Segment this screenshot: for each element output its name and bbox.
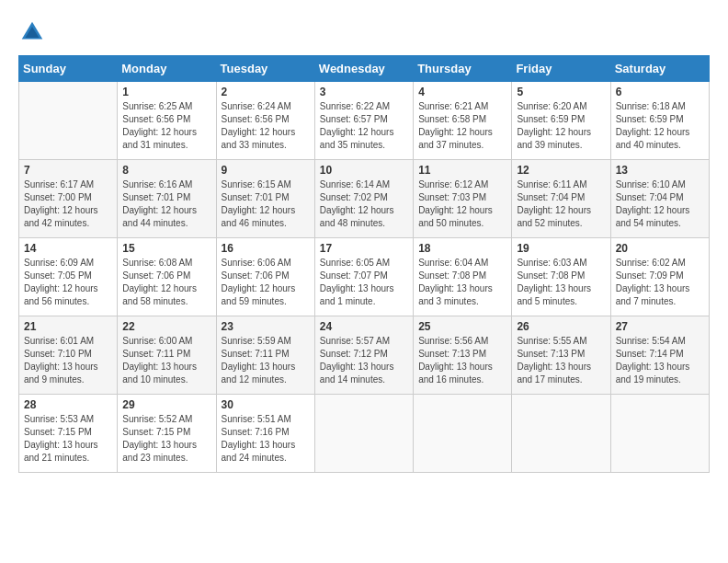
day-number: 6 xyxy=(616,86,704,98)
day-number: 23 xyxy=(222,320,310,333)
calendar-cell xyxy=(414,395,512,473)
calendar-cell: 22Sunrise: 6:00 AMSunset: 7:11 PMDayligh… xyxy=(118,316,216,395)
calendar-cell xyxy=(610,395,709,473)
day-info: Sunrise: 5:59 AMSunset: 7:11 PMDaylight:… xyxy=(222,335,310,386)
day-info: Sunrise: 5:53 AMSunset: 7:15 PMDaylight:… xyxy=(24,413,112,465)
day-info: Sunrise: 5:57 AMSunset: 7:12 PMDaylight:… xyxy=(320,335,408,386)
day-number: 21 xyxy=(24,320,112,333)
header-day: Wednesday xyxy=(314,56,413,82)
day-info: Sunrise: 6:05 AMSunset: 7:07 PMDaylight:… xyxy=(320,257,408,308)
logo-icon xyxy=(18,18,46,46)
day-number: 12 xyxy=(517,164,605,177)
day-info: Sunrise: 6:24 AMSunset: 6:56 PMDaylight:… xyxy=(222,100,310,152)
calendar-cell: 10Sunrise: 6:14 AMSunset: 7:02 PMDayligh… xyxy=(314,160,413,238)
day-info: Sunrise: 6:03 AMSunset: 7:08 PMDaylight:… xyxy=(517,257,605,308)
day-info: Sunrise: 6:17 AMSunset: 7:00 PMDaylight:… xyxy=(24,178,112,230)
calendar-week-row: 14Sunrise: 6:09 AMSunset: 7:05 PMDayligh… xyxy=(19,238,710,316)
day-info: Sunrise: 6:12 AMSunset: 7:03 PMDaylight:… xyxy=(418,178,506,230)
day-number: 16 xyxy=(222,242,310,255)
calendar-cell: 13Sunrise: 6:10 AMSunset: 7:04 PMDayligh… xyxy=(610,160,709,238)
day-number: 13 xyxy=(616,164,704,177)
header-day: Friday xyxy=(512,56,610,82)
day-number: 10 xyxy=(320,164,408,177)
header-day: Monday xyxy=(118,56,216,82)
day-info: Sunrise: 6:16 AMSunset: 7:01 PMDaylight:… xyxy=(122,178,210,230)
day-number: 27 xyxy=(616,320,704,333)
calendar-cell: 21Sunrise: 6:01 AMSunset: 7:10 PMDayligh… xyxy=(19,316,118,395)
day-number: 1 xyxy=(122,86,210,98)
day-info: Sunrise: 6:06 AMSunset: 7:06 PMDaylight:… xyxy=(222,257,310,308)
day-number: 11 xyxy=(418,164,506,177)
calendar-header: SundayMondayTuesdayWednesdayThursdayFrid… xyxy=(19,56,710,82)
day-number: 2 xyxy=(222,86,310,98)
calendar-cell: 15Sunrise: 6:08 AMSunset: 7:06 PMDayligh… xyxy=(118,238,216,316)
calendar-cell: 23Sunrise: 5:59 AMSunset: 7:11 PMDayligh… xyxy=(216,316,314,395)
calendar-cell: 16Sunrise: 6:06 AMSunset: 7:06 PMDayligh… xyxy=(216,238,314,316)
page-header xyxy=(18,18,710,46)
day-number: 9 xyxy=(222,164,310,177)
day-number: 18 xyxy=(418,242,506,255)
day-info: Sunrise: 6:25 AMSunset: 6:56 PMDaylight:… xyxy=(122,100,210,152)
day-info: Sunrise: 5:56 AMSunset: 7:13 PMDaylight:… xyxy=(418,335,506,386)
calendar-cell xyxy=(19,82,118,160)
calendar-week-row: 21Sunrise: 6:01 AMSunset: 7:10 PMDayligh… xyxy=(19,316,710,395)
day-number: 5 xyxy=(517,86,605,98)
day-info: Sunrise: 5:51 AMSunset: 7:16 PMDaylight:… xyxy=(222,413,310,465)
day-info: Sunrise: 6:18 AMSunset: 6:59 PMDaylight:… xyxy=(616,100,704,152)
calendar-cell: 3Sunrise: 6:22 AMSunset: 6:57 PMDaylight… xyxy=(314,82,413,160)
calendar-body: 1Sunrise: 6:25 AMSunset: 6:56 PMDaylight… xyxy=(19,82,710,473)
header-day: Saturday xyxy=(610,56,709,82)
day-info: Sunrise: 6:11 AMSunset: 7:04 PMDaylight:… xyxy=(517,178,605,230)
calendar-cell: 8Sunrise: 6:16 AMSunset: 7:01 PMDaylight… xyxy=(118,160,216,238)
header-day: Sunday xyxy=(19,56,118,82)
day-number: 22 xyxy=(122,320,210,333)
day-number: 26 xyxy=(517,320,605,333)
day-info: Sunrise: 5:54 AMSunset: 7:14 PMDaylight:… xyxy=(616,335,704,386)
day-info: Sunrise: 6:14 AMSunset: 7:02 PMDaylight:… xyxy=(320,178,408,230)
day-info: Sunrise: 6:01 AMSunset: 7:10 PMDaylight:… xyxy=(24,335,112,386)
day-info: Sunrise: 6:00 AMSunset: 7:11 PMDaylight:… xyxy=(122,335,210,386)
day-number: 25 xyxy=(418,320,506,333)
calendar-cell xyxy=(314,395,413,473)
calendar-cell: 4Sunrise: 6:21 AMSunset: 6:58 PMDaylight… xyxy=(414,82,512,160)
day-number: 14 xyxy=(24,242,112,255)
calendar-cell: 30Sunrise: 5:51 AMSunset: 7:16 PMDayligh… xyxy=(216,395,314,473)
calendar-cell: 1Sunrise: 6:25 AMSunset: 6:56 PMDaylight… xyxy=(118,82,216,160)
calendar-cell: 2Sunrise: 6:24 AMSunset: 6:56 PMDaylight… xyxy=(216,82,314,160)
calendar-cell: 17Sunrise: 6:05 AMSunset: 7:07 PMDayligh… xyxy=(314,238,413,316)
calendar-cell: 11Sunrise: 6:12 AMSunset: 7:03 PMDayligh… xyxy=(414,160,512,238)
day-info: Sunrise: 6:08 AMSunset: 7:06 PMDaylight:… xyxy=(122,257,210,308)
day-number: 8 xyxy=(122,164,210,177)
calendar-cell: 26Sunrise: 5:55 AMSunset: 7:13 PMDayligh… xyxy=(512,316,610,395)
calendar-week-row: 7Sunrise: 6:17 AMSunset: 7:00 PMDaylight… xyxy=(19,160,710,238)
header-row: SundayMondayTuesdayWednesdayThursdayFrid… xyxy=(19,56,710,82)
day-info: Sunrise: 5:52 AMSunset: 7:15 PMDaylight:… xyxy=(122,413,210,465)
calendar-cell: 28Sunrise: 5:53 AMSunset: 7:15 PMDayligh… xyxy=(19,395,118,473)
day-info: Sunrise: 6:09 AMSunset: 7:05 PMDaylight:… xyxy=(24,257,112,308)
calendar-cell: 7Sunrise: 6:17 AMSunset: 7:00 PMDaylight… xyxy=(19,160,118,238)
calendar-cell: 9Sunrise: 6:15 AMSunset: 7:01 PMDaylight… xyxy=(216,160,314,238)
logo xyxy=(18,18,51,46)
day-info: Sunrise: 6:04 AMSunset: 7:08 PMDaylight:… xyxy=(418,257,506,308)
day-number: 28 xyxy=(24,398,112,411)
calendar-week-row: 1Sunrise: 6:25 AMSunset: 6:56 PMDaylight… xyxy=(19,82,710,160)
header-day: Thursday xyxy=(414,56,512,82)
day-number: 7 xyxy=(24,164,112,177)
day-number: 20 xyxy=(616,242,704,255)
calendar-cell: 12Sunrise: 6:11 AMSunset: 7:04 PMDayligh… xyxy=(512,160,610,238)
day-number: 17 xyxy=(320,242,408,255)
calendar-week-row: 28Sunrise: 5:53 AMSunset: 7:15 PMDayligh… xyxy=(19,395,710,473)
day-number: 29 xyxy=(122,398,210,411)
day-info: Sunrise: 6:21 AMSunset: 6:58 PMDaylight:… xyxy=(418,100,506,152)
day-number: 4 xyxy=(418,86,506,98)
day-info: Sunrise: 6:02 AMSunset: 7:09 PMDaylight:… xyxy=(616,257,704,308)
day-number: 3 xyxy=(320,86,408,98)
day-info: Sunrise: 6:15 AMSunset: 7:01 PMDaylight:… xyxy=(222,178,310,230)
calendar-cell: 14Sunrise: 6:09 AMSunset: 7:05 PMDayligh… xyxy=(19,238,118,316)
day-info: Sunrise: 6:22 AMSunset: 6:57 PMDaylight:… xyxy=(320,100,408,152)
calendar-cell: 6Sunrise: 6:18 AMSunset: 6:59 PMDaylight… xyxy=(610,82,709,160)
calendar-cell: 25Sunrise: 5:56 AMSunset: 7:13 PMDayligh… xyxy=(414,316,512,395)
calendar-table: SundayMondayTuesdayWednesdayThursdayFrid… xyxy=(18,55,710,473)
calendar-cell: 5Sunrise: 6:20 AMSunset: 6:59 PMDaylight… xyxy=(512,82,610,160)
calendar-cell: 19Sunrise: 6:03 AMSunset: 7:08 PMDayligh… xyxy=(512,238,610,316)
